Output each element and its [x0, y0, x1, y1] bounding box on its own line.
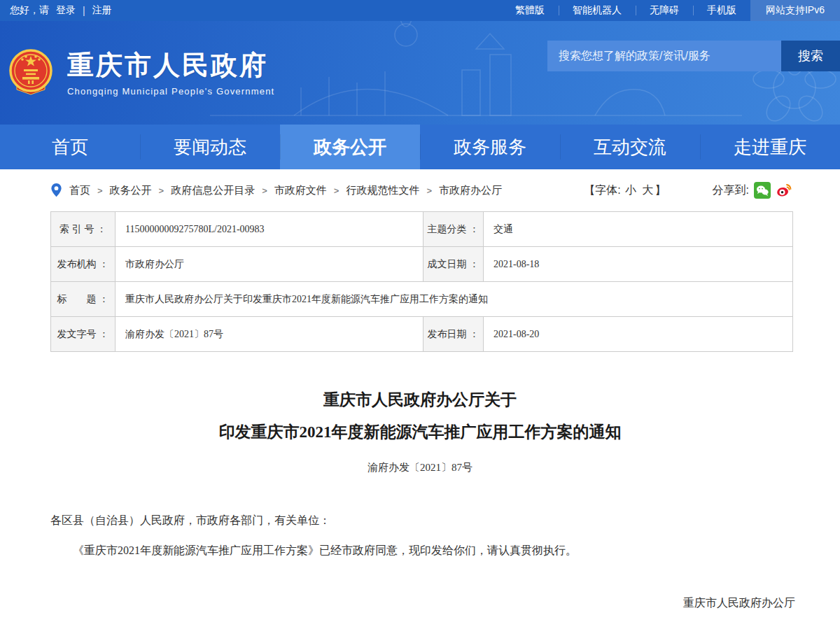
meta-value-index-number: 11500000009275780L/2021-00983 — [115, 212, 424, 247]
document-title-line2: 印发重庆市2021年度新能源汽车推广应用工作方案的通知 — [0, 416, 840, 448]
crumb-home[interactable]: 首页 — [69, 184, 90, 197]
breadcrumb-toolbar-row: 首页 > 政务公开 > 政府信息公开目录 > 市政府文件 > 行政规范性文件 >… — [0, 169, 840, 207]
ipv6-support-badge[interactable]: 网站支持IPv6 — [750, 0, 840, 21]
search-button[interactable]: 搜索 — [781, 41, 840, 71]
site-subtitle: Chongqing Municipal People's Government — [67, 86, 274, 97]
crumb-separator: > — [97, 185, 103, 196]
nav-item-about-chongqing[interactable]: 走进重庆 — [700, 125, 840, 169]
nav-item-interaction[interactable]: 互动交流 — [560, 125, 700, 169]
site-header: 重庆市人民政府 Chongqing Municipal People's Gov… — [0, 21, 840, 125]
nav-item-government-affairs[interactable]: 政务公开 — [280, 125, 420, 169]
share-panel: 分享到: — [713, 182, 792, 199]
site-title: 重庆市人民政府 — [67, 50, 274, 80]
national-emblem-logo — [7, 49, 55, 97]
crumb-municipal-documents[interactable]: 市政府文件 — [274, 184, 327, 197]
meta-value-doc-number: 渝府办发〔2021〕87号 — [115, 317, 424, 352]
font-size-label-end: 】 — [655, 184, 666, 196]
font-size-label: 【字体: — [584, 184, 620, 196]
weibo-share-icon[interactable] — [776, 182, 792, 199]
nav-item-home[interactable]: 首页 — [0, 125, 140, 169]
meta-label-issuing-agency: 发布机构 ： — [51, 247, 115, 282]
document-number: 渝府办发〔2021〕87号 — [0, 461, 840, 474]
traditional-chinese-link[interactable]: 繁體版 — [501, 0, 559, 21]
crumb-separator: > — [334, 185, 340, 196]
meta-label-written-date: 成文日期 ： — [424, 247, 484, 282]
meta-label-doc-number: 发文字号 ： — [51, 317, 115, 352]
meta-value-title: 重庆市人民政府办公厅关于印发重庆市2021年度新能源汽车推广应用工作方案的通知 — [115, 282, 793, 317]
crumb-info-directory[interactable]: 政府信息公开目录 — [171, 184, 255, 197]
meta-label-publish-date: 发布日期 ： — [424, 317, 484, 352]
greeting-text: 您好，请 — [10, 4, 49, 17]
share-label: 分享到: — [713, 183, 749, 198]
smart-robot-link[interactable]: 智能机器人 — [559, 0, 636, 21]
register-link[interactable]: 注册 — [92, 4, 112, 17]
meta-label-index-number: 索 引 号 ： — [51, 212, 115, 247]
site-logo-home-link[interactable]: 重庆市人民政府 Chongqing Municipal People's Gov… — [7, 49, 274, 97]
crumb-normative-documents[interactable]: 行政规范性文件 — [346, 184, 419, 197]
mobile-version-link[interactable]: 手机版 — [693, 0, 750, 21]
location-pin-icon — [50, 183, 62, 198]
meta-row-agency: 发布机构 ： 市政府办公厅 成文日期 ： 2021-08-18 — [51, 247, 793, 282]
font-smaller-button[interactable]: 小 — [624, 184, 638, 196]
signature-block: 重庆市人民政府办公厅 2021年8月18日 — [683, 596, 795, 629]
meta-row-index: 索 引 号 ： 11500000009275780L/2021-00983 主题… — [51, 212, 793, 247]
document-paragraph: 《重庆市2021年度新能源汽车推广应用工作方案》已经市政府同意，现印发给你们，请… — [50, 542, 792, 560]
document-title-line1: 重庆市人民政府办公厅关于 — [0, 384, 840, 416]
login-link[interactable]: 登录 — [56, 4, 76, 17]
document-title: 重庆市人民政府办公厅关于 印发重庆市2021年度新能源汽车推广应用工作方案的通知 — [0, 384, 840, 448]
meta-value-issuing-agency: 市政府办公厅 — [115, 247, 424, 282]
meta-label-title: 标 题 ： — [51, 282, 115, 317]
meta-value-written-date: 2021-08-18 — [484, 247, 793, 282]
nav-item-services[interactable]: 政务服务 — [420, 125, 560, 169]
document-content: 重庆市人民政府办公厅关于 印发重庆市2021年度新能源汽车推广应用工作方案的通知… — [0, 384, 840, 629]
meta-row-docnumber: 发文字号 ： 渝府办发〔2021〕87号 发布日期 ： 2021-08-20 — [51, 317, 793, 352]
crumb-general-office[interactable]: 市政府办公厅 — [439, 184, 502, 197]
top-utility-bar: 您好，请 登录 | 注册 繁體版 智能机器人 无障碍 手机版 网站支持IPv6 — [0, 0, 840, 21]
crumb-separator: > — [159, 185, 164, 196]
wechat-share-icon[interactable] — [754, 182, 771, 199]
meta-row-title: 标 题 ： 重庆市人民政府办公厅关于印发重庆市2021年度新能源汽车推广应用工作… — [51, 282, 793, 317]
site-search: 搜索 — [547, 41, 840, 71]
nav-item-news[interactable]: 要闻动态 — [140, 125, 280, 169]
meta-value-topic-category: 交通 — [484, 212, 793, 247]
font-size-panel: 【字体: 小 大】 — [584, 183, 666, 198]
main-nav: 首页 要闻动态 政务公开 政务服务 互动交流 走进重庆 — [0, 125, 840, 169]
search-input[interactable] — [547, 41, 781, 71]
meta-label-topic-category: 主题分类 ： — [424, 212, 484, 247]
font-larger-button[interactable]: 大 — [641, 184, 655, 196]
accessibility-link[interactable]: 无障碍 — [636, 0, 693, 21]
crumb-gov-affairs[interactable]: 政务公开 — [110, 184, 152, 197]
meta-value-publish-date: 2021-08-20 — [484, 317, 793, 352]
document-salutation: 各区县（自治县）人民政府，市政府各部门，有关单位： — [50, 514, 792, 528]
signature-agency: 重庆市人民政府办公厅 — [683, 596, 795, 611]
document-meta-table: 索 引 号 ： 11500000009275780L/2021-00983 主题… — [50, 211, 793, 352]
breadcrumb: 首页 > 政务公开 > 政府信息公开目录 > 市政府文件 > 行政规范性文件 >… — [69, 184, 502, 197]
crumb-separator: > — [262, 185, 267, 196]
crumb-separator: > — [426, 185, 432, 196]
login-register-divider: | — [83, 5, 85, 16]
